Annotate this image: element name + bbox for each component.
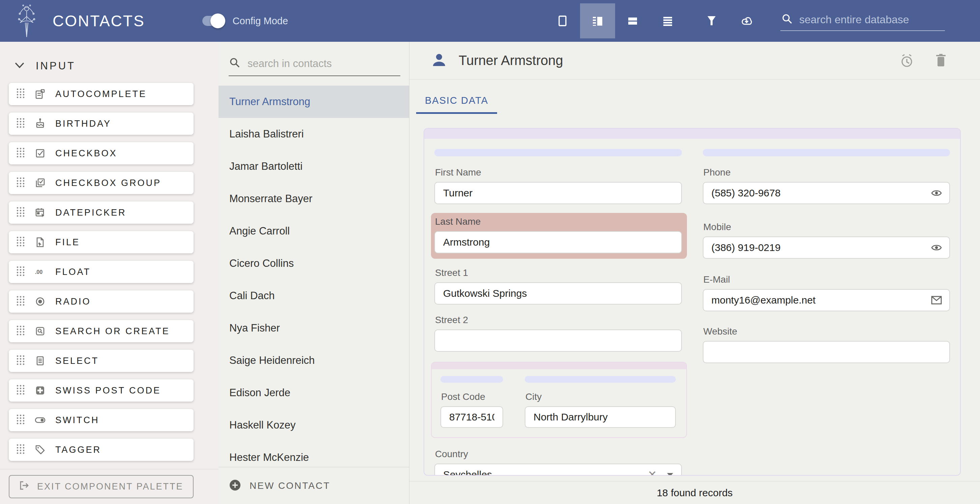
field-phone: Phone xyxy=(703,167,950,204)
row-view-icon[interactable] xyxy=(615,3,650,38)
form-column-right: Phone Mobile xyxy=(703,149,950,476)
clear-icon[interactable]: ✕ xyxy=(648,468,657,476)
city-input[interactable] xyxy=(525,406,676,428)
field-city: City xyxy=(525,391,676,428)
last-name-input[interactable] xyxy=(434,231,682,254)
exit-component-palette-button[interactable]: EXIT COMPONENT PALETTE xyxy=(9,475,194,498)
drag-handle-icon[interactable] xyxy=(16,265,25,278)
palette-item-checkbox[interactable]: CHECKBOX xyxy=(9,142,194,165)
field-last-name-highlighted[interactable]: Last Name xyxy=(431,213,687,259)
contact-detail-panel: Turner Armstrong BASIC DATA xyxy=(409,42,980,504)
file-icon xyxy=(34,237,46,247)
post-code-input[interactable] xyxy=(441,406,503,428)
group-placeholder-bar xyxy=(432,363,686,369)
contact-list-item[interactable]: Saige Heidenreich xyxy=(218,344,409,377)
palette-item-autocomplete[interactable]: AUTOCOMPLETE xyxy=(9,83,194,105)
country-value: Seychelles xyxy=(443,469,648,476)
drag-handle-icon[interactable] xyxy=(16,236,25,249)
palette-item-switch[interactable]: SWITCH xyxy=(9,409,194,431)
palette-item-label: AUTOCOMPLETE xyxy=(55,89,147,99)
add-circle-icon xyxy=(229,479,242,493)
palette-item-tagger[interactable]: TAGGER xyxy=(9,439,194,461)
list-view-icon[interactable] xyxy=(650,3,685,38)
drag-handle-icon[interactable] xyxy=(16,117,25,130)
drag-handle-icon[interactable] xyxy=(16,176,25,189)
palette-section-input[interactable]: INPUT xyxy=(0,42,218,72)
contact-search-input[interactable] xyxy=(247,57,400,70)
tab-basic-data[interactable]: BASIC DATA xyxy=(416,95,497,114)
history-clock-icon[interactable] xyxy=(899,53,915,68)
form-columns: First Name Last Name Street 1 xyxy=(424,139,960,476)
delete-icon[interactable] xyxy=(934,53,948,68)
drag-handle-icon[interactable] xyxy=(16,87,25,100)
contact-list-item[interactable]: Turner Armstrong xyxy=(218,86,409,118)
drag-handle-icon[interactable] xyxy=(16,206,25,219)
palette-item-file[interactable]: FILE xyxy=(9,231,194,254)
palette-item-radio[interactable]: RADIO xyxy=(9,290,194,313)
config-mode-toggle[interactable]: Config Mode xyxy=(202,16,288,27)
palette-item-datepicker[interactable]: DATEPICKER xyxy=(9,201,194,224)
drag-handle-icon[interactable] xyxy=(16,147,25,160)
first-name-input[interactable] xyxy=(434,182,682,204)
phone-input[interactable] xyxy=(703,182,950,204)
person-icon xyxy=(431,52,447,70)
palette-item-search-or-create[interactable]: SEARCH OR CREATE xyxy=(9,320,194,342)
cloud-download-icon[interactable] xyxy=(729,3,764,38)
country-select[interactable]: Seychelles ✕ xyxy=(434,464,682,476)
palette-item-checkbox-group[interactable]: CHECKBOX GROUP xyxy=(9,172,194,194)
filter-icon[interactable] xyxy=(694,3,729,38)
palette-item-birthday[interactable]: BIRTHDAY xyxy=(9,113,194,135)
toggle-track[interactable] xyxy=(202,16,223,26)
mobile-input[interactable] xyxy=(703,236,950,259)
palette-item-select[interactable]: SELECT xyxy=(9,350,194,372)
new-contact-button[interactable]: NEW CONTACT xyxy=(218,467,409,504)
email-input[interactable] xyxy=(703,289,950,311)
contact-list-item[interactable]: Haskell Kozey xyxy=(218,409,409,441)
mail-icon[interactable] xyxy=(931,295,943,305)
split-view-icon[interactable] xyxy=(580,3,615,38)
street1-input[interactable] xyxy=(434,282,682,304)
palette-footer: EXIT COMPONENT PALETTE xyxy=(0,469,218,504)
field-label: Last Name xyxy=(435,216,682,227)
contact-search[interactable] xyxy=(229,57,400,76)
contact-list-item[interactable]: Laisha Balistreri xyxy=(218,118,409,150)
global-search-input[interactable] xyxy=(799,13,943,26)
drag-handle-icon[interactable] xyxy=(16,354,25,367)
website-input[interactable] xyxy=(703,341,950,363)
drag-handle-icon[interactable] xyxy=(16,414,25,426)
global-search[interactable] xyxy=(780,11,945,31)
column-placeholder-bar xyxy=(525,376,676,383)
detail-tabs: BASIC DATA xyxy=(409,79,980,126)
exit-icon xyxy=(19,480,30,493)
toggle-knob[interactable] xyxy=(210,13,225,28)
contact-list-item[interactable]: Cicero Collins xyxy=(218,247,409,280)
radio-icon xyxy=(34,296,46,307)
chevron-down-icon[interactable] xyxy=(667,473,673,476)
field-label: Street 2 xyxy=(435,315,682,325)
eye-icon[interactable] xyxy=(931,242,943,254)
contact-list-item[interactable]: Monserrate Bayer xyxy=(218,182,409,215)
search-icon xyxy=(229,57,241,70)
drag-handle-icon[interactable] xyxy=(16,325,25,338)
palette-item-float[interactable]: .00 FLOAT xyxy=(9,261,194,283)
form-column-left: First Name Last Name Street 1 xyxy=(434,149,682,476)
contact-list-item[interactable]: Jamar Bartoletti xyxy=(218,150,409,182)
street2-input[interactable] xyxy=(434,330,682,352)
drag-handle-icon[interactable] xyxy=(16,384,25,397)
eye-icon[interactable] xyxy=(931,187,943,199)
contact-list-item[interactable]: Nya Fisher xyxy=(218,312,409,344)
contact-list-item[interactable]: Angie Carroll xyxy=(218,215,409,247)
component-palette-sidebar: INPUT AUTOCOMPLETE BIRTHDAY CHECKBOX xyxy=(0,42,218,504)
drag-handle-icon[interactable] xyxy=(16,443,25,456)
field-label: First Name xyxy=(435,167,682,178)
palette-item-label: SELECT xyxy=(55,356,99,366)
field-label: Phone xyxy=(703,167,950,178)
contact-list-item[interactable]: Edison Jerde xyxy=(218,377,409,409)
contact-list-item[interactable]: Cali Dach xyxy=(218,280,409,312)
field-first-name: First Name xyxy=(434,167,682,204)
field-label: Country xyxy=(435,449,682,460)
drag-handle-icon[interactable] xyxy=(16,295,25,308)
contact-list-item[interactable]: Hester McKenzie xyxy=(218,441,409,467)
card-view-icon[interactable] xyxy=(545,3,580,38)
palette-item-swiss-post-code[interactable]: SWISS POST CODE xyxy=(9,379,194,402)
